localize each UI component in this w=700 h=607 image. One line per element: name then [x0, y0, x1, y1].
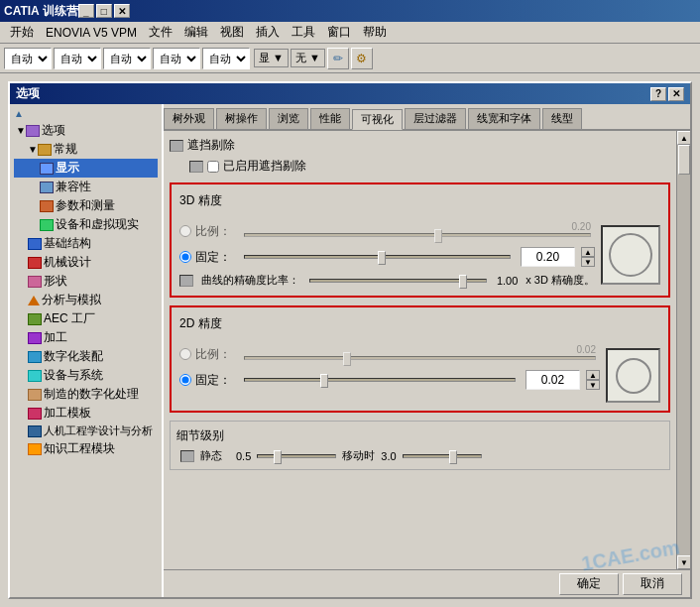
scroll-track[interactable] [677, 145, 690, 555]
tree-item-template[interactable]: 加工模板 [14, 404, 158, 423]
ratio-3d-radio[interactable] [179, 225, 191, 237]
app-title: CATIA 训练营 [4, 3, 78, 20]
occlusion-icon [170, 140, 183, 152]
display-dropdown[interactable]: 显 ▼ [254, 49, 289, 67]
tree-item-display[interactable]: 显示 [14, 159, 158, 178]
equipment-icon [28, 370, 42, 382]
tab-bar: 树外观 树操作 浏览 性能 可视化 层过滤器 线宽和字体 线型 [164, 104, 690, 131]
mech-icon [28, 257, 42, 269]
ratio-3d-label: 比例： [195, 223, 231, 240]
tree-item-ergon[interactable]: 人机工程学设计与分析 [14, 423, 158, 439]
tree-item-equipment[interactable]: 设备与系统 [14, 366, 158, 385]
tree-item-digital[interactable]: 数字化装配 [14, 347, 158, 366]
occlusion-section: 遮挡剔除 [170, 137, 670, 154]
template-icon [28, 408, 42, 420]
tree-item-analysis[interactable]: 分析与模拟 [14, 291, 158, 309]
fixed-3d-radio[interactable] [179, 251, 191, 263]
tree-label-aec: AEC 工厂 [44, 310, 95, 327]
menu-edit[interactable]: 编辑 [178, 22, 214, 43]
mfg-icon [28, 389, 42, 401]
detail-static-label: 静态 [200, 448, 230, 463]
scroll-up-button[interactable]: ▲ [677, 131, 690, 145]
dialog-help-button[interactable]: ? [650, 87, 666, 101]
tree-item-aec[interactable]: AEC 工厂 [14, 309, 158, 328]
fixed-2d-spin-down[interactable]: ▼ [586, 380, 600, 390]
toolbar-select-1[interactable]: 自动 [4, 48, 52, 69]
tree-item-device[interactable]: 设备和虚拟现实 [14, 215, 158, 234]
tab-tree-appearance[interactable]: 树外观 [164, 108, 214, 129]
scroll-down-button[interactable]: ▼ [677, 555, 690, 569]
toolbar-select-3[interactable]: 自动 [103, 48, 151, 69]
minimize-button[interactable]: _ [78, 4, 94, 18]
tree-item-shape[interactable]: 形状 [14, 272, 158, 291]
fixed-2d-input[interactable] [525, 370, 580, 390]
tab-layer-filter[interactable]: 层过滤器 [405, 108, 466, 129]
toolbar-select-4[interactable]: 自动 [153, 48, 200, 69]
menu-help[interactable]: 帮助 [357, 22, 393, 43]
tab-linewidth-font[interactable]: 线宽和字体 [468, 108, 540, 129]
detail-icon [180, 450, 194, 462]
fixed-2d-spin-up[interactable]: ▲ [586, 370, 600, 380]
tab-linetype[interactable]: 线型 [542, 108, 582, 129]
scroll-thumb[interactable] [678, 145, 690, 175]
menu-tools[interactable]: 工具 [286, 22, 321, 43]
fixed-2d-row: 固定： [179, 370, 600, 390]
tree-item-knowledge[interactable]: 知识工程模块 [14, 439, 158, 458]
detail-val1: 0.5 [236, 450, 251, 462]
tree-item-mech[interactable]: 机械设计 [14, 253, 158, 272]
menu-start[interactable]: 开始 [4, 22, 40, 43]
curve-thumb[interactable] [459, 275, 467, 289]
dialog-title-bar: 选项 ? ✕ [10, 83, 690, 104]
tree-label-general: 常规 [54, 141, 77, 158]
ratio-2d-radio[interactable] [179, 348, 191, 360]
detail-slider2-thumb[interactable] [449, 450, 457, 464]
tree-item-compat[interactable]: 兼容性 [14, 178, 158, 196]
device-icon [40, 219, 54, 231]
none-dropdown[interactable]: 无 ▼ [291, 49, 325, 67]
fixed-3d-input[interactable] [521, 247, 575, 267]
fixed-2d-radio[interactable] [179, 374, 191, 386]
toolbar-select-2[interactable]: 自动 [54, 48, 101, 69]
curve-value: 1.00 [497, 275, 518, 287]
toolbar-icon-2[interactable]: ⚙ [351, 48, 373, 69]
ratio-3d-row: 比例： 0.20 [179, 221, 595, 241]
tab-performance[interactable]: 性能 [310, 108, 350, 129]
detail-slider1-thumb[interactable] [274, 450, 282, 464]
fixed-3d-spin-down[interactable]: ▼ [581, 257, 595, 267]
ratio-2d-thumb[interactable] [343, 352, 351, 366]
ok-button[interactable]: 确定 [559, 573, 619, 595]
tree-collapse-btn[interactable]: ▲ [14, 108, 24, 119]
tree-item-general[interactable]: ▼ 常规 [14, 140, 158, 159]
cancel-button[interactable]: 取消 [623, 573, 682, 595]
dialog-close-button[interactable]: ✕ [668, 87, 684, 101]
toolbar-select-5[interactable]: 自动 [202, 48, 250, 69]
tab-visualization[interactable]: 可视化 [352, 109, 403, 130]
maximize-button[interactable]: □ [96, 4, 112, 18]
tree-item-base[interactable]: 基础结构 [14, 234, 158, 253]
tab-tree-operation[interactable]: 树操作 [216, 108, 267, 129]
fixed-3d-thumb[interactable] [378, 251, 386, 265]
ratio-2d-radio-label: 比例： [179, 346, 234, 363]
tree-item-param[interactable]: 参数和测量 [14, 196, 158, 215]
occlusion-enable-checkbox[interactable] [207, 161, 219, 173]
precision-2d-box: 2D 精度 比例： [170, 305, 670, 413]
menu-window[interactable]: 窗口 [321, 22, 357, 43]
close-button[interactable]: ✕ [114, 4, 130, 18]
precision-3d-controls: 比例： 0.20 [179, 215, 595, 288]
detail-slider2-track [403, 454, 482, 458]
ratio-3d-radio-label: 比例： [179, 223, 234, 240]
menu-file[interactable]: 文件 [143, 22, 178, 43]
tree-item-options[interactable]: ▼ 选项 [14, 121, 158, 140]
toolbar-icon-1[interactable]: ✏ [327, 48, 349, 69]
tree-item-machining[interactable]: 加工 [14, 328, 158, 347]
menu-insert[interactable]: 插入 [250, 22, 286, 43]
menu-view[interactable]: 视图 [214, 22, 250, 43]
precision-2d-controls: 比例： 0.02 [179, 338, 600, 396]
tab-browse[interactable]: 浏览 [269, 108, 308, 129]
ratio-3d-thumb[interactable] [434, 229, 442, 243]
fixed-2d-thumb[interactable] [320, 374, 328, 388]
tree-item-mfg[interactable]: 制造的数字化处理 [14, 385, 158, 404]
fixed-3d-spin-up[interactable]: ▲ [581, 247, 595, 257]
circle-3d-preview [601, 225, 660, 285]
menu-enovia[interactable]: ENOVIA V5 VPM [40, 24, 143, 42]
